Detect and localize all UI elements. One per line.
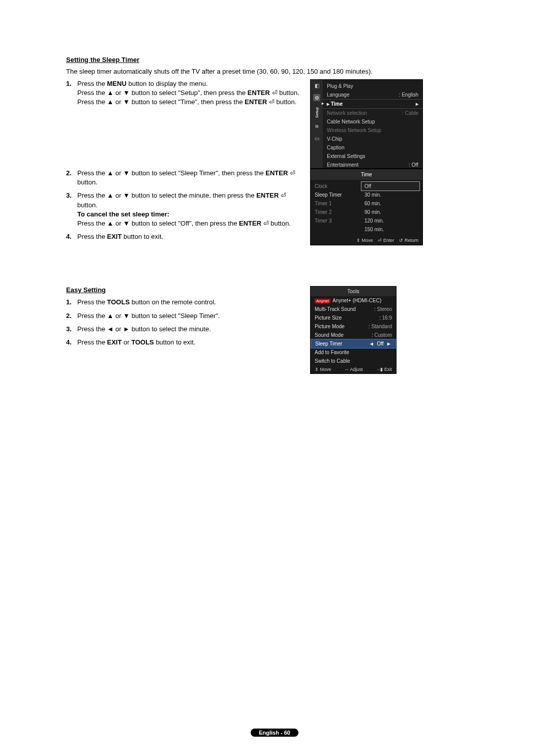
tools-row[interactable]: Add to Favorite <box>311 348 396 357</box>
osd-time-options: Off 30 min. 60 min. 90 min. 120 min. 150… <box>361 180 422 236</box>
osd-item[interactable]: Entertainment: Off <box>323 161 422 169</box>
updown-icon: ⇕ <box>315 367 319 372</box>
intro-text: The sleep timer automatically shuts off … <box>66 68 483 75</box>
osd-item[interactable]: External Settings <box>323 152 422 161</box>
sidebar-label: Setup <box>315 107 319 118</box>
step-1: 1. Press the MENU button to display the … <box>66 79 305 107</box>
osd-time-labels: Clock Sleep Timer Timer 1 Timer 2 Timer … <box>311 180 361 236</box>
osd-sidebar: ◧ ⚙ Setup ≋ ▭ <box>311 80 323 168</box>
osd-item[interactable]: Caption <box>323 143 422 152</box>
enter-icon: ⏎ <box>290 169 295 177</box>
step-3: 3. Press the ▲ or ▼ button to select the… <box>66 191 305 228</box>
step-2: 2. Press the ▲ or ▼ button to select "Sl… <box>66 169 305 187</box>
picture-icon: ◧ <box>313 82 320 89</box>
time-row[interactable]: Timer 1 <box>311 199 361 208</box>
osd-tools-header: Tools <box>311 287 396 296</box>
triangle-right-icon[interactable]: ► <box>386 341 391 346</box>
option-off[interactable]: Off <box>361 181 420 191</box>
leftright-icon: ↔ <box>344 367 349 372</box>
time-row-sleep-timer[interactable]: Sleep Timer <box>311 191 361 199</box>
osd-item[interactable]: Language: English <box>323 90 422 99</box>
time-row[interactable]: Timer 2 <box>311 208 361 216</box>
triangle-left-icon[interactable]: ◄ <box>369 341 374 346</box>
page-footer: English - 60 <box>251 729 298 737</box>
return-icon: ↺ <box>399 238 403 243</box>
osd-item-time[interactable]: ▸ Time▸ <box>323 100 422 108</box>
option[interactable]: 60 min. <box>361 199 419 208</box>
time-row[interactable]: Clock <box>311 182 361 191</box>
osd-tools-panel: Tools AnynetAnynet+ (HDMI-CEC) Multi-Tra… <box>310 286 396 374</box>
input-icon: ▭ <box>313 135 320 142</box>
time-row[interactable]: Timer 3 <box>311 216 361 225</box>
easy-step-3: 3. Press the ◄ or ► button to select the… <box>66 325 305 334</box>
tools-row[interactable]: AnynetAnynet+ (HDMI-CEC) <box>311 296 396 305</box>
network-icon: ≋ <box>313 123 320 130</box>
step-4: 4. Press the EXIT button to exit. <box>66 232 305 241</box>
osd-setup-menu: ◧ ⚙ Setup ≋ ▭ Plug & Play Language: Engl… <box>310 79 423 169</box>
easy-step-2: 2. Press the ▲ or ▼ button to select "Sl… <box>66 311 305 321</box>
tools-row[interactable]: Multi-Track Sound: Stereo <box>311 305 396 313</box>
section-title: Setting the Sleep Timer <box>66 56 483 64</box>
tools-row[interactable]: Switch to Cable <box>311 357 396 365</box>
enter-icon: ⏎ <box>378 238 382 243</box>
enter-icon: ⏎ <box>269 98 274 106</box>
osd-footer: ⇕ Move ↔ Adjust →▮ Exit <box>311 365 396 373</box>
tools-row[interactable]: Picture Mode: Standard <box>311 322 396 331</box>
osd-time-header: Time <box>311 169 422 180</box>
gear-icon: ⚙ <box>313 94 320 101</box>
osd-item[interactable]: V-Chip <box>323 135 422 143</box>
osd-footer: ⇕ Move ⏎ Enter ↺ Return <box>311 236 422 245</box>
easy-step-4: 4. Press the EXIT or TOOLS button to exi… <box>66 338 305 347</box>
osd-item[interactable]: Wireless Network Setup <box>323 126 422 135</box>
enter-icon: ⏎ <box>263 219 269 227</box>
easy-step-1: 1. Press the TOOLS button on the remote … <box>66 298 305 307</box>
anynet-badge: Anynet <box>315 299 330 303</box>
enter-icon: ⏎ <box>272 89 278 97</box>
tools-row-sleep-timer[interactable]: Sleep Timer ◄ Off ► <box>311 339 396 349</box>
enter-icon: ⏎ <box>281 192 286 199</box>
osd-item[interactable]: Network selection: Cable <box>323 109 422 117</box>
option[interactable]: 30 min. <box>361 191 419 199</box>
option[interactable]: 120 min. <box>361 216 419 225</box>
option[interactable]: 90 min. <box>361 208 419 216</box>
osd-setup-list: Plug & Play Language: English ▸ Time▸ Ne… <box>323 80 422 168</box>
tools-row[interactable]: Picture Size: 16:9 <box>311 313 396 322</box>
option[interactable]: 150 min. <box>361 225 419 234</box>
osd-time-panel: Time Clock Sleep Timer Timer 1 Timer 2 T… <box>310 169 423 245</box>
osd-item[interactable]: Plug & Play <box>323 82 422 90</box>
osd-item[interactable]: Cable Network Setup <box>323 117 422 126</box>
tools-row[interactable]: Sound Mode: Custom <box>311 331 396 339</box>
section-title: Easy Setting <box>66 286 305 294</box>
updown-icon: ⇕ <box>356 238 360 243</box>
